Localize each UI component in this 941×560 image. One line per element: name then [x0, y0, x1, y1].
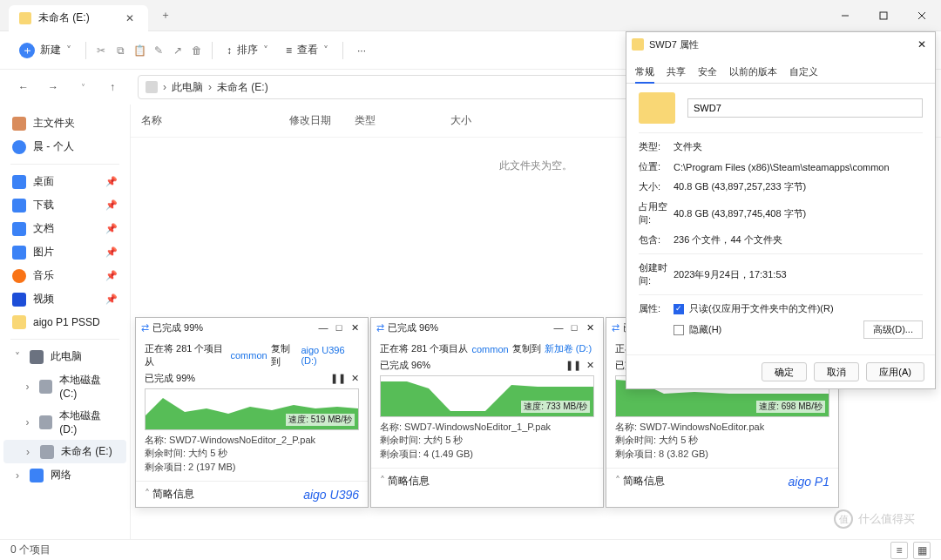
sidebar-disk-d[interactable]: ›本地磁盘 (D:): [3, 404, 126, 440]
pause-icon[interactable]: ❚❚: [565, 360, 581, 371]
sidebar-documents[interactable]: 文档📌: [3, 217, 126, 240]
back-button[interactable]: ←: [12, 76, 35, 98]
pc-icon: [146, 81, 158, 93]
tab-general[interactable]: 常规: [635, 62, 654, 84]
maximize-button[interactable]: □: [566, 322, 582, 333]
maximize-button[interactable]: □: [331, 322, 347, 333]
tab-sharing[interactable]: 共享: [667, 62, 686, 83]
delete-icon[interactable]: 🗑: [189, 43, 205, 58]
fewer-details-button[interactable]: ˄ 简略信息: [145, 487, 194, 502]
sidebar-thispc[interactable]: ˅此电脑: [3, 345, 126, 368]
pin-icon[interactable]: 📌: [105, 293, 118, 305]
sidebar-home[interactable]: 主文件夹: [3, 111, 126, 135]
copy-titlebar[interactable]: ⇄已完成 99%—□✕: [136, 318, 368, 337]
apply-button[interactable]: 应用(A): [866, 362, 924, 381]
chevron-down-icon[interactable]: ˅: [71, 76, 94, 98]
sidebar-downloads[interactable]: 下载📌: [3, 193, 126, 217]
sidebar: 主文件夹 晨 - 个人 桌面📌 下载📌 文档📌 图片📌 音乐📌 视频📌 aigo…: [0, 105, 131, 539]
sort-button[interactable]: ↕排序˅: [220, 39, 275, 61]
sidebar-aigo[interactable]: aigo P1 PSSD: [3, 311, 126, 334]
folder-icon: [12, 315, 26, 329]
new-tab-button[interactable]: ＋: [153, 3, 178, 28]
details-view-icon[interactable]: ≡: [890, 542, 908, 559]
col-type[interactable]: 类型: [355, 113, 450, 128]
properties-close-icon[interactable]: ✕: [914, 38, 930, 51]
close-button[interactable]: [903, 3, 941, 29]
sidebar-music[interactable]: 音乐📌: [3, 264, 126, 287]
sidebar-disk-e[interactable]: ›未命名 (E:): [3, 440, 126, 463]
folder-name-input[interactable]: [687, 98, 923, 118]
window-tab[interactable]: 未命名 (E:) ✕: [9, 5, 148, 31]
window-controls: [826, 3, 941, 29]
downloads-icon: [12, 199, 26, 213]
pause-icon[interactable]: ❚❚: [330, 373, 346, 384]
pin-icon[interactable]: 📌: [105, 223, 118, 234]
paste-icon[interactable]: 📋: [132, 43, 147, 58]
advanced-button[interactable]: 高级(D)...: [863, 320, 923, 339]
prop-ondisk: 40.8 GB (43,897,745,408 字节): [674, 207, 923, 220]
hidden-label: 隐藏(H): [689, 323, 721, 336]
folder-icon: [632, 38, 644, 51]
sidebar-videos[interactable]: 视频📌: [3, 287, 126, 311]
sidebar-personal[interactable]: 晨 - 个人: [3, 135, 126, 159]
sidebar-desktop[interactable]: 桌面📌: [3, 170, 126, 193]
copy-icon: ⇄: [376, 322, 384, 334]
hidden-checkbox[interactable]: [674, 325, 684, 335]
new-label: 新建: [40, 43, 61, 57]
col-size[interactable]: 大小: [450, 113, 494, 128]
new-button[interactable]: ＋新建˅: [12, 39, 78, 62]
copy-titlebar[interactable]: ⇄已完成 96%—□✕: [371, 318, 603, 337]
breadcrumb-root[interactable]: 此电脑: [172, 80, 203, 95]
forward-button[interactable]: →: [42, 76, 64, 98]
tab-title: 未命名 (E:): [38, 10, 122, 25]
minimize-button[interactable]: —: [551, 322, 566, 333]
watermark: 值 什么值得买: [834, 509, 915, 529]
cut-icon[interactable]: ✂: [93, 43, 109, 58]
dots-button[interactable]: ···: [350, 41, 373, 60]
folder-icon: [639, 92, 675, 124]
tab-previous[interactable]: 以前的版本: [729, 62, 777, 83]
col-name[interactable]: 名称: [141, 113, 289, 128]
maximize-button[interactable]: [864, 3, 903, 29]
rename-icon[interactable]: ✎: [151, 43, 166, 58]
prop-created: 2023年9月24日，17:31:53: [674, 268, 923, 281]
share-icon[interactable]: ↗: [170, 43, 186, 58]
pin-icon[interactable]: 📌: [105, 199, 118, 211]
minimize-button[interactable]: —: [315, 322, 331, 333]
ok-button[interactable]: 确定: [762, 362, 807, 381]
desktop-icon: [12, 175, 26, 189]
tab-close-icon[interactable]: ✕: [122, 12, 138, 24]
minimize-button[interactable]: [826, 3, 864, 29]
breadcrumb-seg[interactable]: 未命名 (E:): [217, 80, 268, 95]
tab-security[interactable]: 安全: [698, 62, 717, 83]
properties-titlebar[interactable]: SWD7 属性 ✕: [626, 32, 935, 57]
close-button[interactable]: ✕: [347, 322, 362, 334]
view-button[interactable]: ≡查看˅: [279, 39, 335, 61]
copy-dst[interactable]: 新加卷 (D:): [545, 342, 592, 355]
up-button[interactable]: ↑: [101, 76, 124, 98]
copy-time: 剩余时间: 大约 5 秒: [145, 447, 359, 460]
cancel-button[interactable]: 取消: [814, 362, 859, 381]
copy-src[interactable]: common: [471, 344, 508, 354]
copy-icon[interactable]: ⧉: [112, 43, 128, 58]
pin-icon[interactable]: 📌: [105, 270, 118, 281]
properties-tabs: 常规 共享 安全 以前的版本 自定义: [626, 57, 935, 84]
brand-label: aigo P1: [789, 475, 829, 489]
copy-dst[interactable]: aigo U396 (D:): [301, 345, 359, 366]
readonly-checkbox[interactable]: [674, 304, 684, 314]
sidebar-pictures[interactable]: 图片📌: [3, 240, 126, 264]
pin-icon[interactable]: 📌: [105, 246, 118, 258]
videos-icon: [12, 293, 26, 307]
close-button[interactable]: ✕: [582, 322, 598, 334]
fewer-details-button[interactable]: ˄ 简略信息: [615, 474, 665, 489]
copy-src[interactable]: common: [230, 350, 267, 361]
pin-icon[interactable]: 📌: [105, 176, 118, 187]
sidebar-disk-c[interactable]: ›本地磁盘 (C:): [3, 368, 126, 404]
thumbnails-view-icon[interactable]: ▦: [913, 542, 931, 559]
sidebar-network[interactable]: ›网络: [3, 463, 126, 487]
cancel-icon[interactable]: ✕: [586, 360, 594, 371]
fewer-details-button[interactable]: ˄ 简略信息: [380, 474, 430, 489]
tab-custom[interactable]: 自定义: [789, 62, 818, 83]
cancel-icon[interactable]: ✕: [351, 373, 359, 384]
col-date[interactable]: 修改日期: [289, 113, 355, 128]
